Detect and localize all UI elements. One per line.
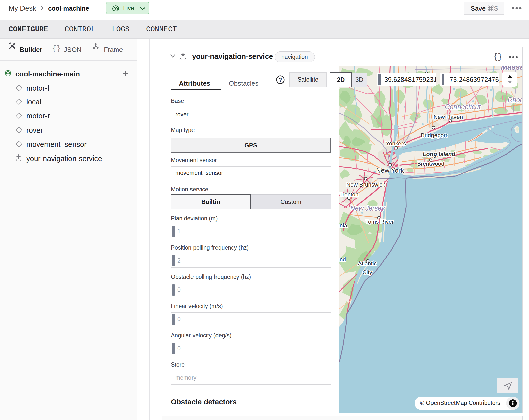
svg-text:Yonkers: Yonkers — [386, 140, 406, 147]
svg-text:New Brunswick: New Brunswick — [346, 181, 386, 188]
svg-text:Rhode: Rhode — [508, 96, 522, 104]
svg-text:New York: New York — [376, 167, 404, 174]
svg-text:Trenton: Trenton — [339, 191, 358, 198]
svg-text:?: ? — [279, 77, 282, 83]
svg-text:City: City — [363, 269, 372, 275]
svg-text:Atlantic: Atlantic — [358, 260, 377, 267]
svg-text:Long Island: Long Island — [423, 151, 455, 158]
svg-text:nia: nia — [340, 222, 347, 229]
svg-text:Brentwood: Brentwood — [417, 161, 444, 167]
svg-text:nd: nd — [340, 256, 346, 263]
svg-text:Connecticut: Connecticut — [445, 103, 481, 111]
svg-text:Massachu: Massachu — [501, 66, 522, 71]
svg-text:New Jersey: New Jersey — [350, 204, 385, 212]
svg-text:Bridgeport: Bridgeport — [421, 132, 447, 138]
svg-text:New Haven: New Haven — [434, 114, 463, 120]
svg-text:Toms River: Toms River — [365, 219, 394, 225]
